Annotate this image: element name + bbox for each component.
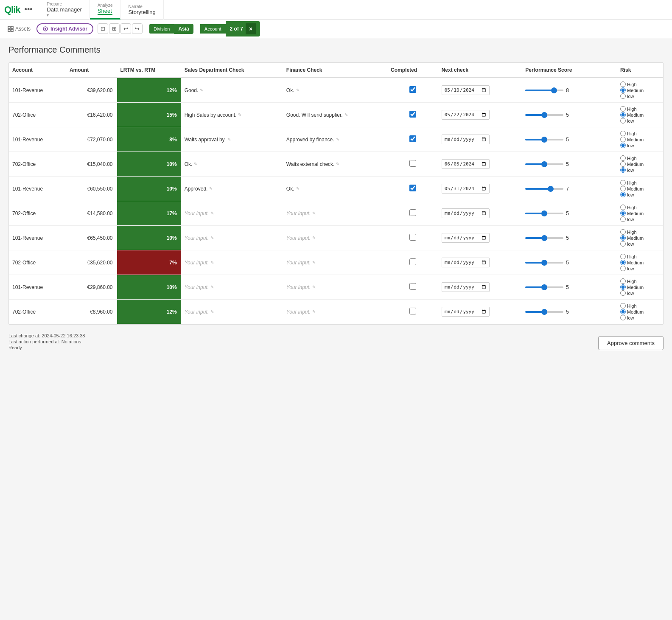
completed-checkbox[interactable] [409,111,416,118]
cell-risk[interactable]: HighMediumlow [617,152,663,177]
filter-chip-division[interactable]: Division Asia [149,24,193,34]
risk-option-low[interactable]: low [620,93,660,99]
sales-check-edit-icon[interactable]: ✎ [209,186,213,191]
risk-radio-low[interactable] [620,167,626,173]
cell-performance-score[interactable]: 5 [522,103,617,127]
cell-completed[interactable] [387,250,438,275]
nav-dots-menu[interactable]: ••• [25,5,33,14]
cell-next-check[interactable] [438,152,522,177]
finance-check-edit-icon[interactable]: ✎ [296,88,300,93]
approve-comments-button[interactable]: Approve comments [598,336,664,350]
cell-sales-check[interactable]: High Sales by account.✎ [181,103,283,127]
risk-option-medium[interactable]: Medium [620,235,660,241]
cell-completed[interactable] [387,127,438,152]
toolbar-icon-1[interactable]: ⊡ [98,23,108,34]
risk-radio-medium[interactable] [620,284,626,290]
cell-sales-check[interactable]: Approved.✎ [181,177,283,201]
completed-checkbox[interactable] [409,185,416,191]
cell-sales-check[interactable]: Your input.✎ [181,201,283,226]
risk-radio-low[interactable] [620,315,626,320]
risk-option-high[interactable]: High [620,81,660,87]
cell-sales-check[interactable]: Your input.✎ [181,300,283,324]
next-check-date-input[interactable] [442,110,490,120]
risk-radio-low[interactable] [620,192,626,197]
risk-radio-high[interactable] [620,180,626,185]
risk-radio-medium[interactable] [620,260,626,265]
risk-option-high[interactable]: High [620,229,660,235]
risk-radio-medium[interactable] [620,309,626,314]
risk-radio-medium[interactable] [620,186,626,191]
cell-sales-check[interactable]: Ok.✎ [181,152,283,177]
cell-finance-check[interactable]: Your input.✎ [283,201,387,226]
cell-next-check[interactable] [438,127,522,152]
performance-score-slider[interactable] [525,163,563,165]
cell-risk[interactable]: HighMediumlow [617,103,663,127]
risk-option-low[interactable]: low [620,143,660,148]
cell-risk[interactable]: HighMediumlow [617,275,663,300]
next-check-date-input[interactable] [442,258,490,267]
risk-option-high[interactable]: High [620,180,660,185]
completed-checkbox[interactable] [409,283,416,290]
risk-radio-low[interactable] [620,93,626,99]
risk-option-high[interactable]: High [620,131,660,136]
risk-option-medium[interactable]: Medium [620,260,660,265]
sales-check-edit-icon[interactable]: ✎ [210,236,214,240]
risk-option-low[interactable]: low [620,192,660,197]
sales-check-edit-icon[interactable]: ✎ [194,162,197,166]
risk-option-high[interactable]: High [620,155,660,161]
tab-prepare[interactable]: Prepare Data manager ▾ [39,0,90,20]
risk-radio-high[interactable] [620,205,626,210]
next-check-date-input[interactable] [442,233,490,243]
cell-risk[interactable]: HighMediumlow [617,78,663,103]
cell-finance-check[interactable]: Good. Will send supplier.✎ [283,103,387,127]
risk-option-high[interactable]: High [620,106,660,112]
risk-option-low[interactable]: low [620,216,660,222]
risk-option-high[interactable]: High [620,278,660,284]
next-check-date-input[interactable] [442,85,490,95]
cell-completed[interactable] [387,201,438,226]
risk-radio-high[interactable] [620,229,626,235]
completed-checkbox[interactable] [409,135,416,142]
cell-finance-check[interactable]: Ok.✎ [283,78,387,103]
cell-sales-check[interactable]: Waits approval by.✎ [181,127,283,152]
toolbar-icon-3[interactable]: ↩ [120,23,131,34]
sales-check-edit-icon[interactable]: ✎ [210,285,214,289]
finance-check-edit-icon[interactable]: ✎ [312,236,316,240]
completed-checkbox[interactable] [409,308,416,314]
cell-risk[interactable]: HighMediumlow [617,177,663,201]
cell-completed[interactable] [387,103,438,127]
next-check-date-input[interactable] [442,159,490,169]
risk-option-medium[interactable]: Medium [620,161,660,167]
toolbar-icon-2[interactable]: ⊞ [109,23,120,34]
cell-finance-check[interactable]: Your input.✎ [283,275,387,300]
risk-option-medium[interactable]: Medium [620,284,660,290]
risk-radio-low[interactable] [620,241,626,247]
cell-completed[interactable] [387,78,438,103]
next-check-date-input[interactable] [442,208,490,218]
tab-narrate[interactable]: Narrate Storytelling [120,0,163,20]
risk-option-medium[interactable]: Medium [620,309,660,314]
performance-score-slider[interactable] [525,237,563,239]
risk-radio-low[interactable] [620,290,626,296]
risk-radio-low[interactable] [620,266,626,271]
risk-option-medium[interactable]: Medium [620,112,660,118]
performance-score-slider[interactable] [525,90,563,91]
performance-score-slider[interactable] [525,213,563,214]
cell-next-check[interactable] [438,177,522,201]
cell-performance-score[interactable]: 5 [522,226,617,250]
finance-check-edit-icon[interactable]: ✎ [312,211,316,216]
cell-next-check[interactable] [438,300,522,324]
cell-sales-check[interactable]: Your input.✎ [181,250,283,275]
filter-chip-account[interactable]: Account 2 of 7 × [200,21,260,36]
risk-radio-medium[interactable] [620,87,626,93]
risk-radio-medium[interactable] [620,137,626,142]
cell-next-check[interactable] [438,275,522,300]
risk-radio-medium[interactable] [620,112,626,118]
risk-option-low[interactable]: low [620,118,660,123]
risk-radio-medium[interactable] [620,210,626,216]
risk-radio-low[interactable] [620,143,626,148]
assets-button[interactable]: Assets [4,24,34,34]
risk-option-medium[interactable]: Medium [620,186,660,191]
risk-radio-low[interactable] [620,118,626,123]
cell-risk[interactable]: HighMediumlow [617,201,663,226]
